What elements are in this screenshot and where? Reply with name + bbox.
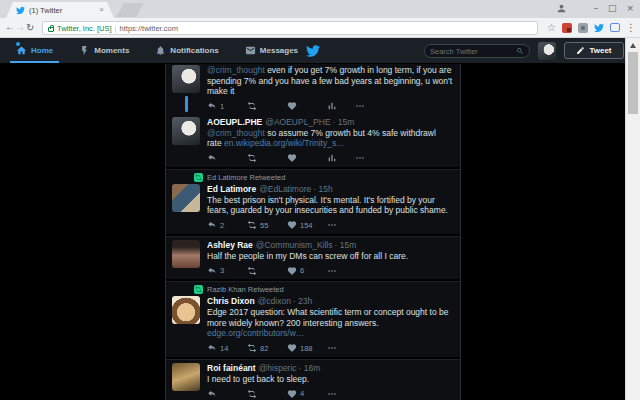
search-input[interactable] <box>430 47 516 56</box>
tweet[interactable]: AOEUPL.PHE@AOEUPL_PHE· 15m @crim_thought… <box>166 115 460 167</box>
user-handle[interactable]: @hisperic <box>259 363 297 373</box>
nav-item-moments[interactable]: Moments <box>77 38 131 63</box>
certificate-label[interactable]: Twitter, Inc. [US] <box>57 24 112 33</box>
url-link[interactable]: edge.org/contributors/w… <box>207 328 304 338</box>
reply-button[interactable]: 1 <box>207 101 247 111</box>
like-button[interactable]: 4 <box>287 389 327 399</box>
avatar[interactable] <box>172 184 200 212</box>
url-link[interactable]: en.wikipedia.org/wiki/Trinity_s… <box>224 138 345 148</box>
reply-button[interactable]: 3 <box>207 266 247 276</box>
tweet[interactable]: Ashley Rae@Communism_Kills· 15m Half the… <box>166 234 460 280</box>
display-name[interactable]: Ashley Rae <box>207 240 253 250</box>
like-button[interactable] <box>287 101 327 111</box>
avatar[interactable] <box>172 117 200 145</box>
retweet-button[interactable] <box>247 266 287 276</box>
maximize-button[interactable]: □ <box>608 4 617 13</box>
retweet-button[interactable]: 55 <box>247 220 287 230</box>
extension-icon-camera[interactable] <box>578 23 588 33</box>
search-box[interactable] <box>424 44 530 58</box>
chrome-menu-icon[interactable]: ⋮ <box>626 23 636 33</box>
retweet-icon <box>247 220 257 230</box>
forward-button[interactable]: → <box>15 22 25 32</box>
like-button[interactable] <box>287 153 327 163</box>
reload-button[interactable]: ↻ <box>26 22 34 33</box>
profile-avatar[interactable] <box>538 42 556 60</box>
timestamp[interactable]: · 15h <box>313 184 332 194</box>
reply-button[interactable]: 2 <box>207 220 247 230</box>
like-button[interactable]: 188 <box>287 343 327 353</box>
nav-item-home[interactable]: Home <box>14 38 55 63</box>
timestamp[interactable]: · 23h <box>293 296 312 306</box>
tweet[interactable]: Ed Latimore Retweeted Ed Latimore@EdLati… <box>166 167 460 234</box>
close-button[interactable]: × <box>626 4 634 13</box>
twitter-logo[interactable] <box>306 44 320 58</box>
display-name[interactable]: Ed Latimore <box>207 184 256 194</box>
back-button[interactable]: ← <box>5 22 15 32</box>
more-button[interactable] <box>327 343 337 353</box>
analytics-button[interactable] <box>327 101 355 111</box>
user-handle[interactable]: @EdLatimore <box>259 184 311 194</box>
like-count: 6 <box>300 266 304 275</box>
like-count: 4 <box>300 389 304 398</box>
reply-button[interactable] <box>207 153 247 163</box>
display-name[interactable]: Roi fainéant <box>207 363 256 373</box>
avatar[interactable] <box>172 296 200 324</box>
user-handle[interactable]: @cdixon <box>258 296 291 306</box>
extension-icon-red[interactable] <box>562 23 572 33</box>
tweet[interactable]: Roi fainéant@hisperic· 16m I need to get… <box>166 357 460 400</box>
more-button[interactable] <box>327 220 337 230</box>
scrollbar-thumb[interactable] <box>628 52 638 114</box>
mention-link[interactable]: @crim_thought <box>207 128 265 138</box>
more-button[interactable] <box>355 153 365 163</box>
avatar[interactable] <box>172 363 200 391</box>
nav-item-notifications[interactable]: Notifications <box>153 38 220 63</box>
tweet[interactable]: Razib Khan Retweeted Chris Dixon@cdixon·… <box>166 279 460 357</box>
nav-item-messages[interactable]: Messages <box>243 38 300 63</box>
minimize-button[interactable]: – <box>593 4 598 13</box>
address-bar[interactable]: Twitter, Inc. [US] | https://twitter.com <box>42 21 538 35</box>
more-dots-icon <box>355 153 365 163</box>
secure-lock-icon[interactable] <box>48 27 54 32</box>
tab-close-icon[interactable]: × <box>99 6 104 14</box>
extension-icon-twitter[interactable] <box>594 23 604 33</box>
new-tab-button[interactable] <box>116 3 143 17</box>
retweet-button[interactable]: 82 <box>247 343 287 353</box>
scroll-up-arrow[interactable] <box>630 43 636 48</box>
avatar[interactable] <box>172 240 200 268</box>
timestamp[interactable]: · 15m <box>333 117 355 127</box>
analytics-button[interactable] <box>327 153 355 163</box>
timestamp[interactable]: · 16m <box>299 363 321 373</box>
text-segment: Half the people in my DMs can screw off … <box>207 251 408 261</box>
reply-button[interactable]: 14 <box>207 343 247 353</box>
url-text[interactable]: https://twitter.com <box>120 24 178 33</box>
display-name[interactable]: Chris Dixon <box>207 296 255 306</box>
avatar[interactable] <box>172 65 200 93</box>
reply-button[interactable] <box>207 389 247 399</box>
page-scrollbar[interactable] <box>625 38 640 400</box>
retweet-button[interactable] <box>247 101 287 111</box>
more-button[interactable] <box>327 389 337 399</box>
heart-icon <box>287 153 297 163</box>
extension-icon-screenshot[interactable] <box>610 23 620 32</box>
retweet-button[interactable] <box>247 389 287 399</box>
mention-link[interactable]: @crim_thought <box>207 65 265 75</box>
timestamp[interactable]: · 15m <box>335 240 357 250</box>
more-button[interactable] <box>355 101 365 111</box>
more-button[interactable] <box>327 266 337 276</box>
chrome-profile-icon[interactable] <box>556 3 567 14</box>
like-button[interactable]: 6 <box>287 266 327 276</box>
bookmark-star-icon[interactable]: ☆ <box>547 23 556 33</box>
retweeted-by-label: Ed Latimore Retweeted <box>207 173 285 182</box>
reply-count: 1 <box>220 102 224 111</box>
reply-icon <box>207 153 217 163</box>
retweet-button[interactable] <box>247 153 287 163</box>
browser-tab[interactable]: (1) Twitter × <box>6 2 114 18</box>
user-handle[interactable]: @Communism_Kills <box>256 240 333 250</box>
like-button[interactable]: 154 <box>287 220 327 230</box>
tab-strip: (1) Twitter × – □ × <box>0 0 640 18</box>
tweet[interactable]: @crim_thought even if you get 7% growth … <box>166 64 460 115</box>
display-name[interactable]: AOEUPL.PHE <box>207 117 262 127</box>
tweet-button[interactable]: Tweet <box>564 42 624 59</box>
retweet-count: 82 <box>260 344 268 353</box>
user-handle[interactable]: @AOEUPL_PHE <box>265 117 330 127</box>
